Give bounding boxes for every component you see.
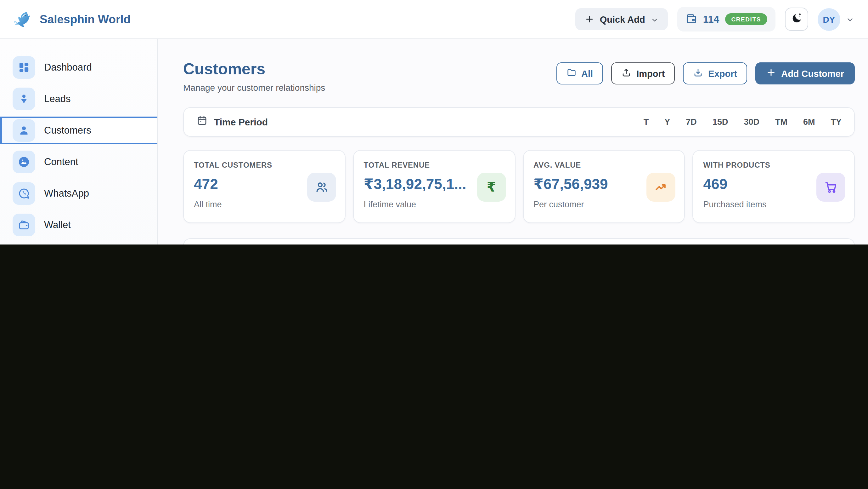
sidebar-item-content[interactable]: Content [0,148,157,176]
quick-add-button[interactable]: Quick Add [575,8,668,30]
export-button[interactable]: Export [683,62,747,84]
customers-icon [12,119,35,142]
dolphin-logo-icon [12,9,33,29]
chevron-right-icon [137,157,146,166]
rupee-icon: ₹ [477,173,506,202]
plus-icon [585,15,594,24]
sidebar-item-leads[interactable]: Leads [0,85,157,113]
stat-value: ₹3,18,92,75,1... [364,176,474,193]
sidebar-item-dashboard[interactable]: Dashboard [0,54,157,81]
content-icon [12,151,35,173]
main-content: Customers Manage your customer relations… [158,39,868,244]
whatsapp-icon [12,182,35,205]
stat-card-total-revenue: TOTAL REVENUE ₹3,18,92,75,1... Lifetime … [353,150,516,223]
add-customer-label: Add Customer [781,68,844,79]
stat-value: 472 [194,176,304,193]
sidebar-item-label: Leads [44,93,70,105]
time-option-30d[interactable]: 30D [744,117,760,127]
calendar-icon [196,115,208,129]
sidebar-item-label: WhatsApp [44,188,89,199]
wallet-icon [12,213,35,236]
chevron-right-icon [137,189,146,198]
credits-balance[interactable]: 114 CREDITS [677,7,775,31]
sidebar-item-whatsapp[interactable]: WhatsApp [0,180,157,207]
stat-value: 469 [704,176,813,193]
folder-icon [566,67,576,79]
sidebar-item-label: Wallet [44,219,71,231]
trending-up-icon [647,173,676,202]
chevron-down-icon [846,15,854,23]
add-customer-button[interactable]: Add Customer [755,62,855,84]
chevron-down-icon [651,16,658,23]
stat-label: TOTAL REVENUE [364,161,505,170]
export-button-label: Export [708,68,737,79]
stat-card-avg-value: AVG. VALUE ₹67,56,939 Per customer [523,150,685,223]
sidebar-item-customers[interactable]: Customers [0,117,157,144]
users-icon [307,173,336,202]
sidebar-nav: Dashboard Leads Customers Content WhatsA… [0,54,157,244]
cart-icon [816,173,845,202]
leads-icon [12,88,35,110]
stat-card-with-products: WITH PRODUCTS 469 Purchased items [693,150,855,223]
stat-label: AVG. VALUE [533,161,675,170]
page-subtitle: Manage your customer relationships [183,83,325,93]
sidebar: Dashboard Leads Customers Content WhatsA… [0,39,158,244]
stat-card-total-customers: TOTAL CUSTOMERS 472 All time [183,150,346,223]
all-button-label: All [581,68,593,79]
import-button[interactable]: Import [611,62,675,84]
stat-value: ₹67,56,939 [533,176,644,193]
screen: Salesphin World Quick Add 114 CREDITS D [0,0,868,244]
time-option-7d[interactable]: 7D [686,117,697,127]
moon-icon [791,12,802,26]
dark-mode-toggle[interactable] [785,7,808,31]
wallet-card-icon [685,13,698,25]
user-menu[interactable]: DY [818,8,854,31]
time-period-label: Time Period [214,117,268,127]
sidebar-item-label: Customers [44,125,91,136]
stat-label: TOTAL CUSTOMERS [194,161,335,170]
download-icon [693,67,703,79]
time-option-t[interactable]: T [644,117,649,127]
sidebar-item-label: Content [44,156,79,168]
stats-row: TOTAL CUSTOMERS 472 All time TOTAL REVEN… [183,150,855,223]
top-bar: Salesphin World Quick Add 114 CREDITS D [0,0,868,39]
all-filter-button[interactable]: All [556,62,603,84]
brand-name: Salesphin World [40,12,131,26]
time-option-y[interactable]: Y [664,117,670,127]
dashboard-icon [12,56,35,79]
time-option-ty[interactable]: TY [831,117,842,127]
time-period-options: TY7D15D30DTM6MTY [644,117,842,127]
credits-count: 114 [703,13,719,25]
import-button-label: Import [637,68,665,79]
sidebar-item-wallet[interactable]: Wallet [0,211,157,239]
stat-label: WITH PRODUCTS [704,161,844,170]
brand: Salesphin World [12,9,131,29]
upload-icon [621,67,631,79]
plus-icon [766,67,776,79]
time-period-card: Time Period TY7D15D30DTM6MTY [183,107,855,137]
quick-add-label: Quick Add [600,14,645,24]
sidebar-item-more[interactable]: More [0,242,157,244]
page-title: Customers [183,60,325,78]
sidebar-item-label: Dashboard [44,62,92,73]
app-window: Salesphin World Quick Add 114 CREDITS D [0,0,868,244]
avatar[interactable]: DY [818,8,840,31]
filter-bar: Source Location [183,238,855,245]
credits-badge: CREDITS [725,13,767,25]
time-option-6m[interactable]: 6M [803,117,815,127]
time-option-15d[interactable]: 15D [713,117,728,127]
time-option-tm[interactable]: TM [775,117,787,127]
